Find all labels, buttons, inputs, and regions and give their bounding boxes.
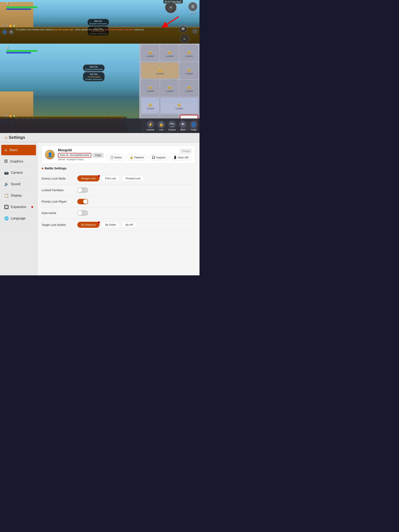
menu-slot-6[interactable]: 🔒 Locked: [141, 80, 159, 96]
sidebar-sound-label: Sound: [11, 182, 20, 186]
lock-icon-5: 🔒: [186, 66, 192, 72]
sidebar-item-language[interactable]: 🌐 Language: [0, 213, 37, 224]
expansion-dot: [31, 206, 33, 208]
setting-row-target-lock: Target Lock Button By Distance By Order …: [42, 219, 195, 231]
menu-slot-10[interactable]: 🔒 Locked: [160, 97, 198, 114]
settings-panel: ⚔ Basic 🖼 Graphics 📷 Camera 🔊 Sound 📋 Di…: [0, 142, 200, 275]
sidebar-item-expansion[interactable]: 🔲 Expansion: [0, 201, 37, 213]
action-guide[interactable]: 👤 Guide: [190, 121, 197, 131]
unstuck-label: Unstuck: [147, 129, 154, 131]
server-label: Server:: [58, 158, 66, 161]
back-icon[interactable]: ◁: [4, 135, 7, 140]
char-bubble-4: Xia YanXiaoc[Moogol]d[Trainee Adventurer…: [83, 72, 105, 82]
menu-slot-5[interactable]: 🔒 Locked: [180, 62, 198, 79]
action-camera[interactable]: 📷 Camera: [168, 121, 176, 131]
expansion-icon: 🔲: [4, 205, 9, 209]
support-button[interactable]: 🎧 Support: [149, 154, 169, 160]
time-text: 17:28: [2, 25, 8, 27]
full-lock-btn[interactable]: Full Lock: [101, 175, 120, 181]
padlock-button[interactable]: 🔒 Padlock: [127, 154, 147, 160]
sidebar-language-label: Language: [11, 216, 25, 220]
char-names-area-2: Nan Ge[B·grade Adventurer] Xia YanXiaoc[…: [83, 64, 105, 82]
unstuck-icon[interactable]: ⚡: [147, 121, 154, 128]
chat-person-icon: 👤: [2, 29, 7, 35]
auto-revive-toggle[interactable]: Off: [77, 210, 88, 216]
sidebar-item-display[interactable]: 📋 Display: [0, 190, 37, 201]
locked-familiars-label: Locked Familiars: [42, 189, 75, 192]
lock-action-icon[interactable]: 🔒: [158, 121, 165, 128]
lock-icon-10: 🔒: [177, 101, 182, 107]
frontal-lock-btn[interactable]: Frontal Lock: [121, 175, 145, 181]
auto-revive-toggle-label: Off: [84, 212, 87, 214]
chat-expand-icon[interactable]: ⛶: [192, 28, 198, 34]
menu-circle-icon[interactable]: ☰: [188, 2, 197, 11]
menu-slot-9[interactable]: 🔒 Locked: [141, 97, 159, 114]
priority-lock-label: Priority Lock Player: [42, 200, 75, 203]
compass[interactable]: [165, 2, 177, 13]
sidebar-item-graphics[interactable]: 🖼 Graphics: [0, 156, 37, 167]
menu-slot-7[interactable]: 🔒 Locked: [160, 80, 179, 96]
profile-name: Moogold: [58, 148, 103, 152]
copy-button[interactable]: Copy: [93, 153, 103, 158]
settings-main-content: 👤 Moogold Role ID: 20142869510006 Copy S…: [38, 142, 200, 275]
scan-qr-button[interactable]: 📱 Scan QR: [170, 154, 192, 160]
sidebar-item-sound[interactable]: 🔊 Sound: [0, 178, 37, 190]
settings-page-title: Settings: [9, 135, 25, 140]
role-id-box: Role ID: 20142869510006: [58, 153, 91, 158]
notice-button[interactable]: 📋 Notice: [107, 154, 125, 160]
lock-icon-6: 🔒: [147, 84, 153, 89]
graphics-icon: 🖼: [4, 159, 8, 164]
game-viewport-top: 3 ✉ ssenger Boa! ☰ Menu 💬 ⚔ Nan Ge[B·gra…: [0, 0, 200, 44]
by-order-btn[interactable]: By Order: [101, 222, 120, 228]
support-icon: 🎧: [152, 156, 155, 159]
svg-line-0: [164, 17, 179, 26]
menu-slot-1[interactable]: 🔒 Locked: [141, 45, 159, 62]
menu-slot-8[interactable]: 🔒 Locked: [180, 80, 198, 96]
sidebar-camera-label: Camera: [11, 171, 23, 175]
battle-settings-title: Battle Settings: [42, 166, 195, 170]
range-lock-btn[interactable]: Range Lock: [77, 175, 100, 181]
block-icon[interactable]: 👁: [179, 121, 187, 128]
action-lock[interactable]: 🔒 Lock: [158, 121, 165, 131]
lock-action-label: Lock: [159, 129, 163, 131]
scan-qr-label: Scan QR: [178, 156, 189, 159]
quick-menu-overlay[interactable]: 🔒 Locked 🔒 Locked 🔒 Locked 🔒 Locked 🔒 Lo…: [139, 44, 200, 119]
menu-button[interactable]: ☰ Menu: [188, 2, 197, 14]
sidebar-item-camera[interactable]: 📷 Camera: [0, 167, 37, 178]
menu-slot-2[interactable]: 🔒 Locked: [160, 45, 179, 62]
lock-icon-7: 🔒: [167, 84, 172, 89]
hp-bar: [6, 6, 38, 8]
block-label: Block: [180, 129, 185, 131]
player-level: 3: [6, 2, 48, 6]
target-lock-group: By Distance By Order By HP: [77, 222, 137, 228]
language-icon: 🌐: [4, 216, 9, 221]
menu-slot-4[interactable]: 🔒 Locked: [141, 62, 179, 79]
by-hp-btn[interactable]: By HP: [121, 222, 137, 228]
by-distance-btn[interactable]: By Distance: [77, 222, 100, 228]
player-level-2: 3: [6, 45, 48, 50]
locked-familiars-toggle[interactable]: Off: [77, 187, 88, 193]
chat-log-text: The depths of the Familiar Hall suddenly…: [15, 28, 191, 43]
sidebar-graphics-label: Graphics: [10, 160, 23, 163]
priority-lock-toggle[interactable]: ✓: [77, 199, 88, 204]
setting-row-locked-familiars: Locked Familiars Off: [42, 184, 195, 196]
action-block[interactable]: 👁 Block: [179, 121, 187, 131]
camera-icon[interactable]: 📷: [168, 121, 176, 128]
notice-label: Notice: [114, 156, 122, 159]
profile-row: 👤 Moogold Role ID: 20142869510006 Copy S…: [42, 146, 195, 164]
sidebar-item-basic[interactable]: ⚔ Basic: [1, 145, 36, 155]
notice-icon: 📋: [110, 156, 114, 159]
char-bubble-1: Nan Ge[B·grade Adventurer]: [87, 19, 109, 26]
hp-bar-area: 3: [6, 2, 48, 10]
chat-settings-icon[interactable]: ⚙: [8, 29, 14, 35]
auto-revive-label: Auto-revive: [42, 211, 75, 215]
menu-slot-3[interactable]: 🔒 Locked: [180, 45, 198, 62]
profile-info: Moogold Role ID: 20142869510006 Copy Ser…: [58, 148, 103, 161]
support-label: Support: [156, 156, 166, 159]
guide-icon[interactable]: 👤: [190, 121, 197, 128]
action-unstuck[interactable]: ⚡ Unstuck: [147, 121, 154, 131]
role-id-row: Role ID: 20142869510006 Copy: [58, 153, 103, 158]
basic-icon: ⚔: [4, 148, 7, 152]
change-button[interactable]: Change: [180, 149, 192, 153]
bottom-action-bar: ⚡ Unstuck 🔒 Lock 📷 Camera 👁 Block 👤 Guid…: [0, 119, 200, 133]
